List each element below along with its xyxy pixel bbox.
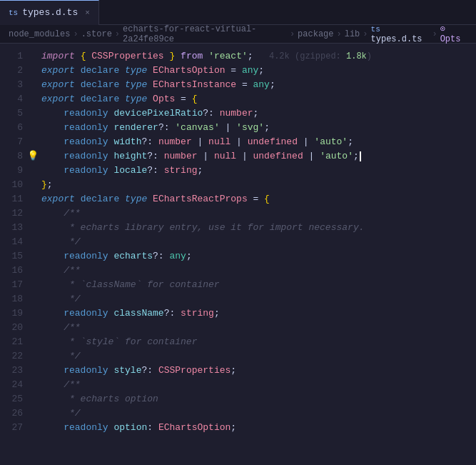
line-num-19: 19 bbox=[0, 306, 30, 321]
code-line-26: */ bbox=[41, 406, 476, 421]
line-numbers: 1 2 3 4 5 6 7 8 9 10 11 12 13 14 15 16 1… bbox=[0, 44, 30, 465]
code-line-13: * echarts library entry, use it for impo… bbox=[41, 221, 476, 235]
code-line-10: } ; bbox=[41, 178, 476, 192]
line-num-8: 8 bbox=[0, 149, 30, 164]
line-num-3: 3 bbox=[0, 78, 30, 92]
line-num-10: 10 bbox=[0, 178, 30, 192]
text-cursor bbox=[360, 151, 361, 161]
tab-bar: ts types.d.ts × bbox=[0, 0, 476, 25]
breadcrumb-node-modules[interactable]: node_modules bbox=[9, 29, 70, 39]
breadcrumb-file[interactable]: ts types.d.ts bbox=[371, 24, 430, 44]
line-num-18: 18 bbox=[0, 292, 30, 306]
code-line-11: export declare type EChartsReactProps = … bbox=[41, 192, 476, 206]
code-line-22: */ bbox=[41, 349, 476, 364]
code-line-4: export declare type Opts = { bbox=[41, 92, 476, 106]
line-num-20: 20 bbox=[0, 321, 30, 335]
code-line-7: readonly width ?: number | null | undefi… bbox=[41, 135, 476, 149]
breadcrumb-opts[interactable]: ⊙ Opts bbox=[440, 24, 467, 44]
code-line-19: readonly className ?: string ; bbox=[41, 306, 476, 321]
code-line-18: */ bbox=[41, 292, 476, 306]
line-num-14: 14 bbox=[0, 235, 30, 249]
line-num-26: 26 bbox=[0, 406, 30, 421]
code-line-15: readonly echarts ?: any ; bbox=[41, 249, 476, 264]
breadcrumb: node_modules › .store › echarts-for-reac… bbox=[0, 25, 476, 44]
code-line-17: * `className` for container bbox=[41, 278, 476, 292]
line-num-6: 6 bbox=[0, 121, 30, 135]
code-line-20: /** bbox=[41, 321, 476, 335]
line-num-13: 13 bbox=[0, 221, 30, 235]
hint-icon-line-8: 💡 bbox=[30, 149, 39, 164]
line-num-11: 11 bbox=[0, 192, 30, 206]
code-line-21: * `style` for container bbox=[41, 335, 476, 349]
line-num-4: 4 bbox=[0, 92, 30, 106]
code-line-3: export declare type EChartsInstance = an… bbox=[41, 78, 476, 92]
line-num-9: 9 bbox=[0, 164, 30, 178]
tab-label: types.d.ts bbox=[22, 7, 78, 18]
line-num-23: 23 bbox=[0, 364, 30, 378]
line-num-22: 22 bbox=[0, 349, 30, 364]
line-num-2: 2 bbox=[0, 64, 30, 78]
breadcrumb-lib[interactable]: lib bbox=[345, 29, 360, 39]
line-num-16: 16 bbox=[0, 264, 30, 278]
code-area: 1 2 3 4 5 6 7 8 9 10 11 12 13 14 15 16 1… bbox=[0, 44, 476, 465]
code-line-2: export declare type EChartsOption = any … bbox=[41, 64, 476, 78]
code-lines: import { CSSProperties } from 'react' ; … bbox=[30, 44, 476, 465]
line-num-15: 15 bbox=[0, 249, 30, 264]
code-line-6: readonly renderer ?: 'canvas' | 'svg' ; bbox=[41, 121, 476, 135]
ts-file-icon: ts bbox=[9, 9, 18, 17]
line-num-12: 12 bbox=[0, 206, 30, 221]
breadcrumb-package[interactable]: package bbox=[298, 29, 333, 39]
code-line-5: readonly devicePixelRatio ?: number ; bbox=[41, 106, 476, 121]
tab-close-button[interactable]: × bbox=[85, 9, 90, 17]
code-line-8: 💡 readonly height ?: number | null | und… bbox=[41, 149, 476, 164]
line-num-21: 21 bbox=[0, 335, 30, 349]
code-line-12: /** bbox=[41, 206, 476, 221]
line-num-24: 24 bbox=[0, 378, 30, 392]
code-line-14: */ bbox=[41, 235, 476, 249]
code-line-23: readonly style ?: CSSProperties ; bbox=[41, 364, 476, 378]
breadcrumb-store[interactable]: .store bbox=[81, 29, 112, 39]
line-num-17: 17 bbox=[0, 278, 30, 292]
line-num-5: 5 bbox=[0, 106, 30, 121]
tab-types-d-ts[interactable]: ts types.d.ts × bbox=[0, 0, 99, 25]
line-num-1: 1 bbox=[0, 49, 30, 64]
breadcrumb-package-name[interactable]: echarts-for-react-virtual-2a24fe89ce bbox=[123, 24, 287, 44]
code-line-16: /** bbox=[41, 264, 476, 278]
line-num-25: 25 bbox=[0, 392, 30, 406]
code-line-1: import { CSSProperties } from 'react' ; … bbox=[41, 49, 476, 64]
code-line-25: * echarts option bbox=[41, 392, 476, 406]
code-line-9: readonly locale ?: string ; bbox=[41, 164, 476, 178]
line-num-7: 7 bbox=[0, 135, 30, 149]
line-num-27: 27 bbox=[0, 421, 30, 435]
code-line-27: readonly option : EChartsOption ; bbox=[41, 421, 476, 435]
code-line-24: /** bbox=[41, 378, 476, 392]
